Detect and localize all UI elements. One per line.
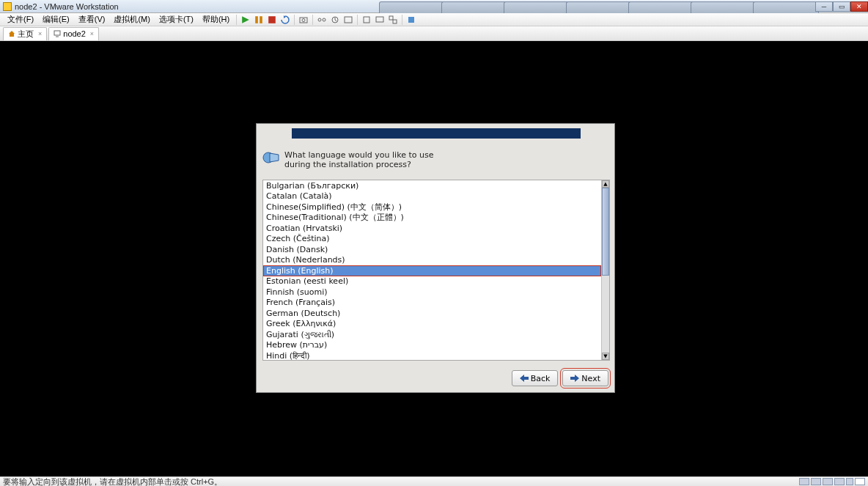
- language-option[interactable]: Finnish (suomi): [263, 287, 601, 298]
- language-list[interactable]: Bulgarian (Български)Catalan (Català)Chi…: [263, 180, 601, 360]
- arrow-left-icon: [520, 375, 529, 382]
- device-icon-5[interactable]: [846, 478, 853, 485]
- tab-node2[interactable]: node2 ×: [48, 27, 99, 40]
- device-icon-1[interactable]: [799, 478, 809, 485]
- installer-buttons: Back Next: [512, 370, 608, 386]
- svg-marker-0: [242, 16, 249, 23]
- installer-prompt: What language would you like to use duri…: [284, 150, 446, 169]
- window-controls: ─ ▭ ✕: [815, 1, 868, 12]
- menu-edit[interactable]: 编辑(E): [38, 14, 74, 25]
- language-option[interactable]: Croatian (Hrvatski): [263, 223, 601, 234]
- device-icon-3[interactable]: [823, 478, 833, 485]
- snapshot-manager-icon[interactable]: [317, 15, 327, 25]
- scroll-up-button[interactable]: ▲: [602, 180, 609, 188]
- device-icon-6[interactable]: [855, 478, 865, 485]
- status-device-icons: [799, 478, 865, 485]
- svg-rect-2: [260, 16, 262, 23]
- app-icon: [3, 2, 12, 11]
- language-option[interactable]: French (Français): [263, 298, 601, 309]
- svg-rect-13: [364, 17, 369, 23]
- window-titlebar: node2 - VMware Workstation ─ ▭ ✕: [0, 0, 868, 13]
- svg-marker-23: [570, 375, 579, 382]
- power-on-icon[interactable]: [240, 15, 251, 25]
- menubar: 文件(F) 编辑(E) 查看(V) 虚拟机(M) 选项卡(T) 帮助(H): [0, 13, 868, 26]
- language-option[interactable]: Chinese(Traditional) (中文（正體）): [263, 213, 601, 224]
- next-button-label: Next: [581, 374, 600, 383]
- svg-marker-22: [520, 375, 529, 382]
- svg-rect-3: [268, 16, 276, 23]
- scroll-thumb[interactable]: [602, 188, 609, 276]
- svg-line-11: [335, 20, 336, 21]
- installer-dialog: What language would you like to use duri…: [256, 123, 615, 393]
- vm-display[interactable]: What language would you like to use duri…: [0, 41, 868, 476]
- svg-marker-18: [9, 31, 15, 37]
- tab-node2-close[interactable]: ×: [90, 30, 94, 37]
- language-option[interactable]: Catalan (Català): [263, 191, 601, 202]
- svg-point-7: [318, 18, 321, 21]
- language-option[interactable]: Gujarati (ગુજરાતી): [263, 329, 601, 340]
- language-option[interactable]: Hindi (हिन्दी): [263, 350, 601, 360]
- svg-rect-14: [376, 17, 383, 22]
- status-text: 要将输入定向到该虚拟机，请在虚拟机内部单击或按 Ctrl+G。: [3, 476, 222, 487]
- scroll-down-button[interactable]: ▼: [602, 353, 609, 360]
- svg-rect-15: [389, 16, 393, 20]
- snapshot-icon[interactable]: [298, 15, 309, 25]
- language-option[interactable]: Estonian (eesti keel): [263, 276, 601, 287]
- language-option[interactable]: English (English): [263, 265, 601, 276]
- unity-icon[interactable]: [388, 15, 398, 25]
- minimize-button[interactable]: ─: [815, 1, 833, 12]
- language-option[interactable]: Greek (Ελληνικά): [263, 319, 601, 330]
- language-option[interactable]: German (Deutsch): [263, 308, 601, 319]
- power-off-icon[interactable]: [267, 15, 277, 25]
- statusbar: 要将输入定向到该虚拟机，请在虚拟机内部单击或按 Ctrl+G。: [0, 476, 868, 486]
- close-button[interactable]: ✕: [850, 1, 868, 12]
- language-option[interactable]: Bulgarian (Български): [263, 180, 601, 191]
- language-option[interactable]: Dutch (Nederlands): [263, 255, 601, 266]
- language-option[interactable]: Chinese(Simplified) (中文（简体）): [263, 202, 601, 213]
- device-icon-2[interactable]: [811, 478, 821, 485]
- menu-vm[interactable]: 虚拟机(M): [109, 14, 155, 25]
- svg-rect-17: [408, 17, 414, 23]
- menu-file[interactable]: 文件(F): [3, 14, 38, 25]
- revert-icon[interactable]: [330, 15, 340, 25]
- svg-point-6: [302, 18, 305, 21]
- window-title: node2 - VMware Workstation: [15, 2, 372, 11]
- scrollbar[interactable]: ▲ ▼: [601, 180, 609, 360]
- tab-home-close[interactable]: ×: [38, 30, 42, 37]
- language-listbox: Bulgarian (Български)Catalan (Català)Chi…: [262, 180, 610, 361]
- tab-home-label: 主页: [18, 29, 34, 40]
- menu-tabs[interactable]: 选项卡(T): [155, 14, 198, 25]
- svg-point-8: [323, 18, 326, 21]
- tab-node2-label: node2: [63, 29, 86, 38]
- back-button[interactable]: Back: [512, 370, 559, 386]
- maximize-button[interactable]: ▭: [833, 1, 850, 12]
- back-button-label: Back: [531, 374, 551, 383]
- restart-icon[interactable]: [280, 15, 290, 25]
- installer-titlebar: [292, 128, 581, 139]
- home-icon: [8, 30, 15, 37]
- device-icon-4[interactable]: [834, 478, 845, 485]
- next-button[interactable]: Next: [562, 370, 608, 386]
- language-option[interactable]: Czech (Čeština): [263, 234, 601, 245]
- tab-home[interactable]: 主页 ×: [3, 27, 47, 40]
- svg-rect-19: [54, 31, 60, 35]
- svg-rect-1: [255, 16, 258, 23]
- language-option[interactable]: Hebrew (עברית): [263, 340, 601, 351]
- arrow-right-icon: [570, 375, 579, 382]
- library-icon[interactable]: [361, 15, 372, 25]
- help-icon[interactable]: [406, 15, 416, 25]
- svg-rect-16: [393, 20, 397, 23]
- suspend-icon[interactable]: [254, 15, 264, 25]
- menu-help[interactable]: 帮助(H): [198, 14, 234, 25]
- monitor-icon: [54, 30, 61, 37]
- language-option[interactable]: Danish (Dansk): [263, 244, 601, 255]
- tab-row: 主页 × node2 ×: [0, 26, 868, 41]
- svg-rect-12: [345, 17, 352, 23]
- background-browser-tabs: [379, 0, 815, 13]
- globe-flag-icon: [262, 150, 280, 165]
- menu-view[interactable]: 查看(V): [74, 14, 110, 25]
- fullscreen-icon[interactable]: [375, 15, 385, 25]
- capture-icon[interactable]: [343, 15, 353, 25]
